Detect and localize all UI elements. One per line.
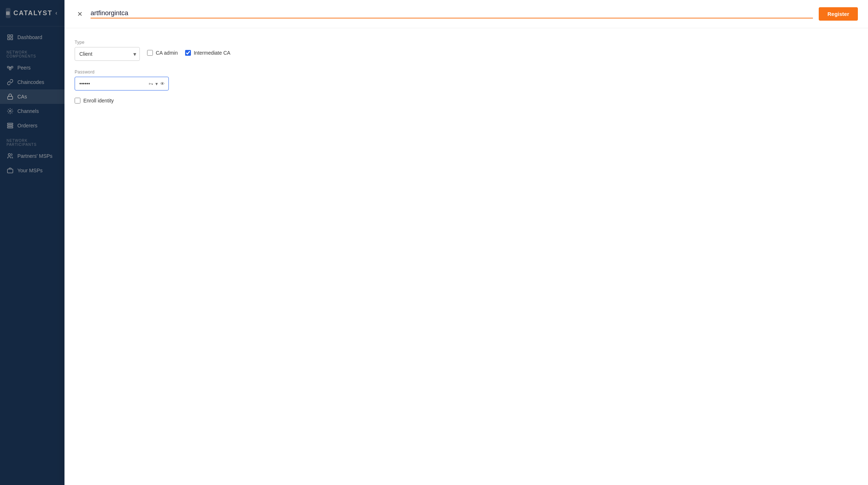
- modal-overlay: ✕ Register Type Client Peer Orderer Admi…: [0, 0, 868, 485]
- password-form-group: Password 🗝 ▾ 👁: [75, 69, 858, 90]
- type-label: Type: [75, 40, 140, 45]
- modal-body: Type Client Peer Orderer Admin CA admin: [64, 28, 868, 115]
- modal-panel: ✕ Register Type Client Peer Orderer Admi…: [64, 0, 868, 485]
- eye-icon[interactable]: 👁: [160, 81, 165, 87]
- intermediate-ca-checkbox[interactable]: [185, 50, 191, 56]
- intermediate-ca-checkbox-group[interactable]: Intermediate CA: [185, 50, 230, 56]
- enroll-identity-label: Enroll identity: [83, 98, 114, 104]
- enroll-identity-checkbox[interactable]: [75, 98, 80, 104]
- type-form-group: Type Client Peer Orderer Admin: [75, 40, 140, 61]
- password-input[interactable]: [75, 77, 149, 90]
- modal-header: ✕ Register: [64, 0, 868, 28]
- register-button[interactable]: Register: [819, 7, 858, 21]
- enroll-identity-row: Enroll identity: [75, 98, 858, 104]
- modal-title-input[interactable]: [91, 9, 813, 18]
- type-select[interactable]: Client Peer Orderer Admin: [75, 47, 140, 61]
- type-row: Type Client Peer Orderer Admin CA admin: [75, 40, 858, 61]
- password-input-wrap: 🗝 ▾ 👁: [75, 77, 169, 90]
- ca-admin-checkbox[interactable]: [147, 50, 153, 56]
- ca-admin-label: CA admin: [156, 50, 178, 56]
- modal-close-button[interactable]: ✕: [75, 9, 85, 19]
- password-label: Password: [75, 69, 858, 75]
- intermediate-ca-label: Intermediate CA: [194, 50, 230, 56]
- type-select-wrap: Client Peer Orderer Admin: [75, 47, 140, 61]
- ca-admin-checkbox-group[interactable]: CA admin: [147, 50, 178, 56]
- key-icon[interactable]: 🗝: [149, 81, 153, 87]
- chevron-down-icon[interactable]: ▾: [155, 81, 158, 87]
- password-icons: 🗝 ▾ 👁: [149, 81, 168, 87]
